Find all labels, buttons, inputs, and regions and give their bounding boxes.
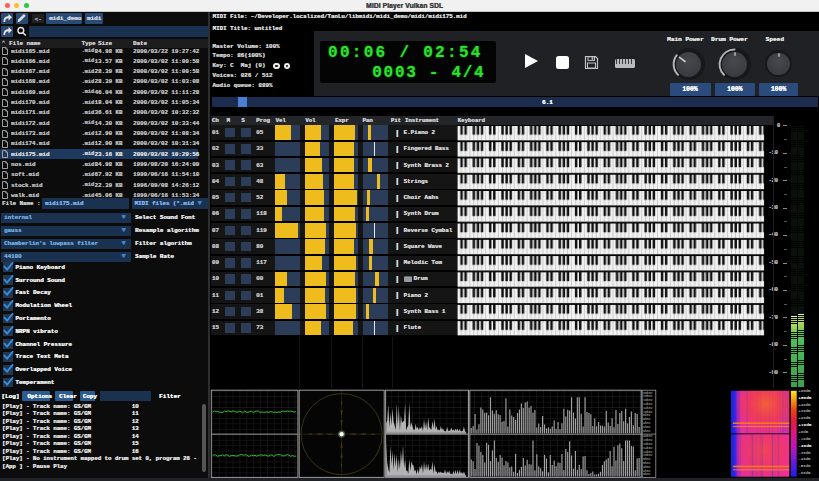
svg-text:+40dB: +40dB <box>798 403 811 407</box>
svg-text:-60dB: -60dB <box>798 471 811 475</box>
svg-text:-50dB: -50dB <box>798 464 811 468</box>
svg-text:+60dB: +60dB <box>798 389 811 393</box>
svg-text:0kHz: 0kHz <box>643 472 651 476</box>
svg-text:+0dB: +0dB <box>798 430 808 434</box>
svg-text:-20dB: -20dB <box>798 443 812 448</box>
svg-text:-10dB: -10dB <box>798 437 811 441</box>
svg-text:0kHz: 0kHz <box>643 429 651 433</box>
svg-text:+20dB: +20dB <box>798 416 811 420</box>
svg-text:+50dB: +50dB <box>798 395 812 400</box>
svg-text:+30dB: +30dB <box>798 409 811 413</box>
svg-text:-30dB: -30dB <box>798 451 811 455</box>
svg-text:-40dB: -40dB <box>798 457 811 461</box>
svg-text:+10dB: +10dB <box>798 422 812 427</box>
